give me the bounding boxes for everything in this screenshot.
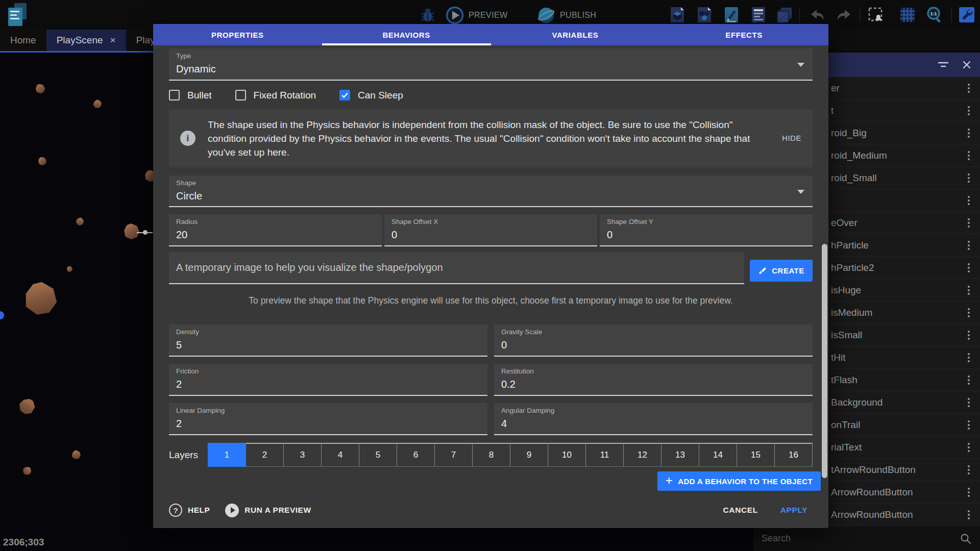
redo-icon[interactable]: [835, 6, 853, 24]
layer-cell-2[interactable]: 2: [246, 443, 284, 467]
layer-cell-9[interactable]: 9: [510, 443, 548, 467]
kebab-menu-icon[interactable]: [966, 351, 972, 364]
kebab-menu-icon[interactable]: [966, 486, 972, 499]
asteroid-object[interactable]: [122, 222, 141, 241]
shape-offset-x-field[interactable]: Shape Offset X 0: [384, 214, 597, 246]
kebab-menu-icon[interactable]: [966, 216, 972, 230]
render-settings-icon[interactable]: [958, 6, 976, 24]
object-search[interactable]: [753, 526, 980, 551]
run-preview-button[interactable]: RUN A PREVIEW: [225, 504, 311, 517]
density-field[interactable]: Density 5: [169, 324, 487, 357]
layer-cell-16[interactable]: 16: [775, 443, 813, 467]
layer-cell-12[interactable]: 12: [624, 443, 662, 467]
tab-behaviors[interactable]: BEHAVIORS: [322, 24, 491, 45]
kebab-menu-icon[interactable]: [966, 284, 972, 297]
kebab-menu-icon[interactable]: [966, 418, 972, 432]
add-behavior-button[interactable]: + ADD A BEHAVIOR TO THE OBJECT: [657, 471, 821, 491]
kebab-menu-icon[interactable]: [966, 261, 972, 274]
fixed-rotation-checkbox[interactable]: Fixed Rotation: [235, 90, 316, 101]
kebab-menu-icon[interactable]: [966, 396, 972, 409]
angular-damping-field[interactable]: Angular Damping 4: [494, 403, 813, 435]
layer-cell-15[interactable]: 15: [737, 443, 775, 467]
scene-objects-icon[interactable]: [668, 6, 687, 24]
layer-cell-14[interactable]: 14: [699, 443, 737, 467]
kebab-menu-icon[interactable]: [966, 329, 972, 342]
asteroid-object[interactable]: [22, 466, 32, 476]
layer-cell-11[interactable]: 11: [586, 443, 624, 467]
grid-icon[interactable]: [898, 6, 917, 24]
debug-icon[interactable]: [419, 6, 437, 24]
kebab-menu-icon[interactable]: [966, 171, 972, 185]
search-input[interactable]: [762, 533, 960, 544]
kebab-menu-icon[interactable]: [966, 463, 972, 477]
kebab-menu-icon[interactable]: [966, 373, 972, 387]
create-image-button[interactable]: CREATE: [750, 260, 813, 282]
bullet-checkbox[interactable]: Bullet: [169, 90, 212, 101]
restitution-field[interactable]: Restitution 0.2: [494, 364, 813, 396]
help-button[interactable]: ? HELP: [169, 504, 210, 517]
kebab-menu-icon[interactable]: [966, 82, 972, 95]
object-name: tFlash: [831, 374, 966, 386]
layer-cell-4[interactable]: 4: [322, 443, 359, 467]
asteroid-object[interactable]: [35, 84, 46, 94]
tab-effects[interactable]: EFFECTS: [659, 24, 828, 45]
tab-playscene[interactable]: PlayScene ×: [46, 30, 126, 51]
kebab-menu-icon[interactable]: [966, 306, 972, 319]
dialog-scrollbar[interactable]: [822, 244, 827, 478]
gravity-scale-field[interactable]: Gravity Scale 0: [494, 324, 813, 357]
tab-variables[interactable]: VARIABLES: [491, 24, 660, 45]
can-sleep-checkbox[interactable]: Can Sleep: [339, 90, 403, 101]
hide-alert-button[interactable]: HIDE: [782, 134, 801, 142]
apply-button[interactable]: APPLY: [780, 506, 807, 515]
cancel-button[interactable]: CANCEL: [723, 506, 758, 515]
kebab-menu-icon[interactable]: [966, 127, 972, 140]
zoom-1-1-icon[interactable]: 1:1: [925, 6, 944, 24]
objects-group-icon[interactable]: [695, 6, 714, 24]
selection-handle[interactable]: [143, 230, 148, 235]
layer-cell-3[interactable]: 3: [284, 443, 322, 467]
asteroid-object[interactable]: [75, 216, 85, 227]
tab-close-icon[interactable]: ×: [110, 35, 116, 46]
preview-label: PREVIEW: [469, 11, 508, 20]
shape-select[interactable]: Shape Circle: [169, 176, 813, 207]
friction-field[interactable]: Friction 2: [169, 364, 487, 396]
filter-icon[interactable]: [937, 59, 949, 71]
asteroid-object[interactable]: [67, 266, 72, 272]
linear-damping-field[interactable]: Linear Damping 2: [169, 403, 487, 435]
tab-home[interactable]: Home: [0, 30, 46, 51]
chevron-down-icon: [797, 190, 804, 194]
kebab-menu-icon[interactable]: [966, 149, 972, 162]
layer-cell-10[interactable]: 10: [548, 443, 586, 467]
asteroid-object[interactable]: [20, 278, 62, 320]
kebab-menu-icon[interactable]: [966, 239, 972, 252]
shape-offset-y-field[interactable]: Shape Offset Y 0: [600, 214, 813, 246]
radius-field[interactable]: Radius 20: [169, 214, 382, 246]
kebab-menu-icon[interactable]: [966, 441, 972, 454]
layer-cell-1[interactable]: 1: [208, 443, 246, 467]
layer-cell-13[interactable]: 13: [662, 443, 699, 467]
preview-button[interactable]: PREVIEW: [445, 6, 508, 25]
asteroid-object[interactable]: [92, 98, 104, 110]
mask-selection-icon[interactable]: [866, 6, 885, 24]
properties-list-icon[interactable]: [749, 6, 768, 24]
close-icon[interactable]: [962, 60, 972, 70]
asteroid-object[interactable]: [17, 397, 37, 416]
kebab-menu-icon[interactable]: [966, 104, 972, 117]
layer-cell-8[interactable]: 8: [473, 443, 510, 467]
type-select[interactable]: Type Dynamic: [169, 48, 813, 81]
layer-cell-5[interactable]: 5: [359, 443, 397, 467]
density-row: Density 5 Gravity Scale 0: [169, 324, 813, 357]
asteroid-object[interactable]: [70, 449, 82, 461]
scene-edit-icon[interactable]: [722, 6, 741, 24]
kebab-menu-icon[interactable]: [966, 194, 972, 207]
layer-cell-6[interactable]: 6: [397, 443, 435, 467]
publish-button[interactable]: PUBLISH: [536, 6, 596, 25]
undo-icon[interactable]: [808, 6, 827, 24]
asteroid-object[interactable]: [38, 157, 46, 165]
temp-image-field[interactable]: A temporary image to help you visualize …: [169, 252, 744, 284]
kebab-menu-icon[interactable]: [966, 508, 972, 521]
project-manager-icon[interactable]: [7, 3, 31, 28]
tab-properties[interactable]: PROPERTIES: [153, 24, 322, 45]
layer-cell-7[interactable]: 7: [435, 443, 473, 467]
layers-stack-icon[interactable]: [775, 6, 794, 24]
